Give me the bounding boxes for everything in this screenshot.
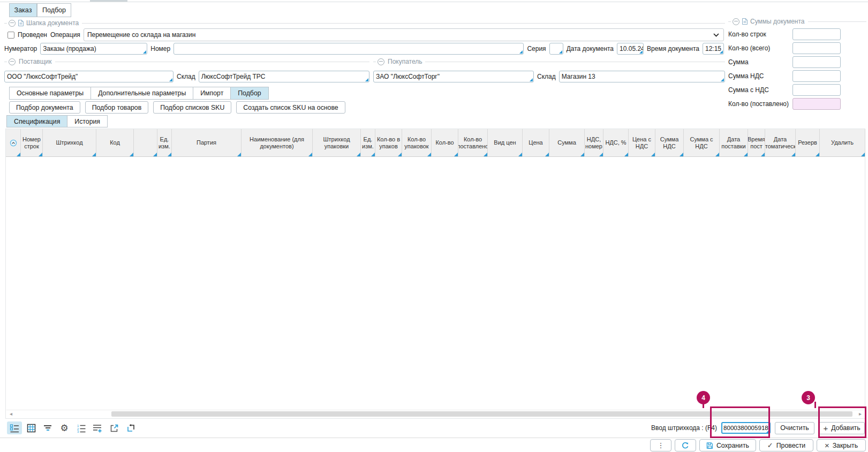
check-icon: ✓ — [767, 442, 773, 449]
column-header-label: Вид цен — [494, 139, 516, 146]
collapse-icon[interactable] — [9, 58, 16, 65]
column-header-label: Штрихкод упаковки — [313, 136, 360, 149]
column-header-label: Удалить — [831, 139, 854, 146]
numerator-field[interactable]: Заказы (продажа) — [40, 43, 147, 55]
clear-button[interactable]: Очистить — [775, 422, 814, 434]
tab-extra-params[interactable]: Дополнительные параметры — [90, 87, 193, 100]
numbered-list-icon[interactable]: 1 2 3 — [73, 421, 88, 434]
supplier-warehouse-field[interactable]: ЛюксСофтТрейд ТРС — [199, 71, 369, 82]
select-goods-button[interactable]: Подбор товаров — [85, 101, 149, 114]
column-header-2[interactable]: Штрихкод — [43, 129, 96, 156]
column-header-label: Сумма с НДС — [684, 136, 719, 149]
column-header-1[interactable]: Номер строк — [21, 129, 43, 156]
tab-order[interactable]: Заказ — [9, 3, 37, 17]
refresh-button[interactable] — [675, 439, 696, 451]
tab-selection-params[interactable]: Подбор — [230, 87, 268, 100]
column-header-3[interactable]: Код — [96, 129, 134, 156]
annotation-box-barcode — [710, 406, 770, 438]
column-header-14[interactable]: Вид цен — [488, 129, 523, 156]
column-header-16[interactable]: Сумма — [549, 129, 585, 156]
column-header-9[interactable]: Ед. изм. — [361, 129, 375, 156]
doc-time-field[interactable]: 12:15 — [703, 43, 724, 55]
column-header-11[interactable]: Кол-во упаковок — [402, 129, 432, 156]
column-header-21[interactable]: Сумма с НДС — [684, 129, 720, 156]
list-view-icon[interactable] — [7, 421, 22, 434]
select-sku-lists-button[interactable]: Подбор списков SKU — [153, 101, 231, 114]
series-field[interactable] — [549, 43, 563, 55]
column-header-13[interactable]: Кол-во (поставлено) — [458, 129, 488, 156]
group-title: Покупатель — [388, 58, 422, 65]
scroll-left-icon[interactable]: ◂ — [10, 411, 12, 417]
select-document-button[interactable]: Подбор документа — [9, 101, 80, 114]
create-sku-list-button[interactable]: Создать список SKU на основе — [236, 101, 345, 114]
svg-text:3: 3 — [77, 430, 79, 433]
operation-select[interactable]: Перемещение со склада на магазин — [84, 28, 724, 41]
sum-row-field[interactable] — [792, 84, 841, 96]
tab-selection-label: Подбор — [42, 6, 66, 14]
collapse-icon[interactable] — [733, 18, 739, 25]
column-header-23[interactable]: Время пост — [748, 129, 765, 156]
column-header-label: Ед. изм. — [361, 136, 374, 149]
number-field[interactable] — [173, 43, 524, 55]
close-icon: × — [825, 442, 829, 449]
column-header-7[interactable]: Наименование (для документов) — [241, 129, 313, 156]
column-header-17[interactable]: НДС, номер — [585, 129, 603, 156]
save-icon — [706, 442, 713, 449]
tab-selection[interactable]: Подбор — [37, 3, 71, 17]
grid-view-icon[interactable] — [24, 421, 39, 434]
close-button[interactable]: × Закрыть — [817, 439, 866, 451]
sum-row-label: Кол-во (всего) — [728, 44, 789, 52]
sum-row-field[interactable] — [792, 56, 841, 68]
conducted-checkbox[interactable] — [7, 32, 14, 39]
sum-row-field[interactable] — [792, 42, 841, 54]
collapse-icon[interactable] — [9, 20, 16, 27]
column-header-label: Сумма — [557, 139, 576, 146]
settings-gear-icon[interactable]: ⚙ — [57, 421, 72, 434]
barcode-label: Ввод штрихкода : (F4) — [651, 424, 717, 432]
top-divider — [0, 2, 868, 2]
more-button[interactable]: ⋮ — [650, 439, 671, 451]
column-header-10[interactable]: Кол-во в упаков — [375, 129, 402, 156]
column-header-24[interactable]: Дата автоматическог — [765, 129, 796, 156]
numerator-value: Заказы (продажа) — [43, 45, 96, 52]
tab-specification[interactable]: Спецификация — [6, 115, 67, 127]
add-rows-icon[interactable] — [90, 421, 105, 434]
collapse-icon[interactable] — [378, 58, 384, 65]
column-header-12[interactable]: Кол-во — [432, 129, 458, 156]
doc-date-field[interactable]: 10.05.24 — [617, 43, 644, 55]
export-icon[interactable] — [107, 421, 122, 434]
buyer-warehouse-field[interactable]: Магазин 13 — [559, 71, 725, 82]
filter-icon[interactable] — [40, 421, 55, 434]
reload-rows-icon[interactable] — [123, 421, 138, 434]
save-button[interactable]: Сохранить — [699, 439, 756, 451]
number-label: Номер — [150, 45, 170, 52]
sum-row-field[interactable] — [792, 28, 841, 40]
column-header-label: Кол-во упаковок — [403, 136, 431, 149]
tab-history[interactable]: История — [67, 115, 108, 127]
supplier-group: Поставщик ООО "ЛюксСофтТрейд" Склад Люкс… — [4, 58, 369, 82]
buyer-org-field[interactable]: ЗАО "ЛюксСофтТорг" — [373, 71, 534, 82]
post-button[interactable]: ✓ Провести — [759, 439, 813, 451]
column-header-8[interactable]: Штрихкод упаковки — [313, 129, 361, 156]
column-header-25[interactable]: Резерв — [796, 129, 820, 156]
column-header-4[interactable] — [134, 129, 157, 156]
document-icon — [742, 18, 748, 25]
sum-row-label: Кол-во (поставлено) — [728, 100, 789, 108]
column-header-6[interactable]: Партия — [172, 129, 241, 156]
column-header-0[interactable] — [6, 129, 21, 156]
sum-row-field-delivered[interactable] — [792, 98, 841, 110]
operation-label: Операция — [50, 31, 80, 39]
column-header-20[interactable]: Сумма НДС — [655, 129, 684, 156]
table-body[interactable] — [6, 157, 865, 411]
column-header-19[interactable]: Цена с НДС — [629, 129, 655, 156]
column-header-22[interactable]: Дата поставки — [720, 129, 748, 156]
column-header-15[interactable]: Цена — [523, 129, 549, 156]
column-header-5[interactable]: Ед. изм. — [157, 129, 172, 156]
supplier-org-field[interactable]: ООО "ЛюксСофтТрейд" — [4, 71, 173, 82]
column-header-18[interactable]: НДС, % — [603, 129, 629, 156]
tab-import[interactable]: Импорт — [193, 87, 231, 100]
tab-main-params[interactable]: Основные параметры — [9, 87, 91, 100]
column-header-26[interactable]: Удалить — [820, 129, 865, 156]
sum-row-field[interactable] — [792, 70, 841, 82]
sum-row-label: Сумма НДС — [728, 72, 789, 80]
